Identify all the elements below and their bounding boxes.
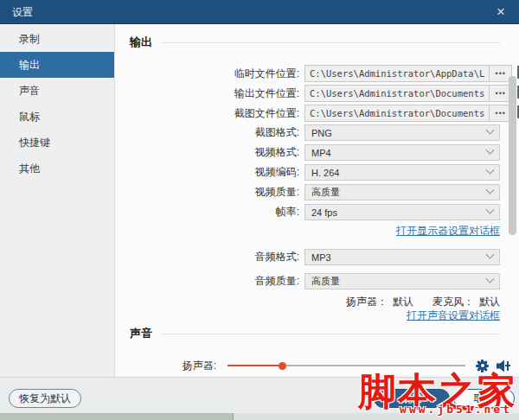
titlebar: 设置 × <box>0 0 519 24</box>
close-icon[interactable]: × <box>488 0 514 24</box>
sidebar: 录制 输出 声音 鼠标 快捷键 其他 <box>0 24 115 377</box>
audio-quality-row: 音频质量: 高质量 <box>130 273 500 290</box>
chevron-down-icon <box>486 146 495 155</box>
temp-path-label: 临时文件位置: <box>130 67 304 81</box>
screenshot-format-value: PNG <box>311 128 332 138</box>
video-quality-label: 视频质量: <box>130 185 304 200</box>
sidebar-item-hotkeys[interactable]: 快捷键 <box>0 130 114 156</box>
settings-dialog: 设置 × 录制 输出 声音 鼠标 快捷键 其他 输出 临时文件位置: C:\Us… <box>0 0 519 420</box>
chevron-down-icon <box>486 126 495 135</box>
screenshot-format-row: 截图格式: PNG <box>130 124 500 141</box>
video-format-row: 视频格式: MP4 <box>130 144 500 161</box>
audio-quality-value: 高质量 <box>311 275 340 288</box>
framerate-row: 帧率: 24 fps <box>130 204 500 220</box>
section-divider <box>161 42 500 43</box>
video-quality-select[interactable]: 高质量 <box>304 184 500 200</box>
audio-format-value: MP3 <box>311 252 331 263</box>
chevron-down-icon <box>486 251 495 259</box>
sound-settings-link[interactable]: 打开声音设置对话框 <box>407 309 500 323</box>
video-codec-label: 视频编码: <box>130 165 304 180</box>
output-section-header: 输出 <box>130 35 500 50</box>
watermark-url: www.jb51.net <box>400 403 512 416</box>
video-format-label: 视频格式: <box>130 145 304 160</box>
display-settings-link[interactable]: 打开显示器设置对话框 <box>396 224 500 239</box>
temp-path-row: 临时文件位置: C:\Users\Administrator\AppData\L… <box>130 65 500 82</box>
slider-thumb[interactable] <box>279 362 286 370</box>
audio-format-label: 音频格式: <box>130 250 304 264</box>
dialog-title: 设置 <box>12 0 33 24</box>
output-path-row: 输出文件位置: C:\Users\Administrator\Documents… <box>130 85 500 102</box>
video-format-select[interactable]: MP4 <box>304 144 500 161</box>
device-summary: 扬声器：默认麦克风：默认 <box>341 295 500 309</box>
sidebar-item-output[interactable]: 输出 <box>0 52 114 78</box>
framerate-select[interactable]: 24 fps <box>304 204 500 220</box>
desktop-edge-left <box>0 413 234 420</box>
mic-device-value: 默认 <box>479 296 500 308</box>
screenshot-path-value[interactable]: C:\Users\Administrator\Documents <box>305 105 489 121</box>
sidebar-item-other[interactable]: 其他 <box>0 156 114 181</box>
mic-device-label: 麦克风： <box>432 296 474 308</box>
sound-section-title: 声音 <box>130 326 152 341</box>
chevron-down-icon <box>486 166 495 175</box>
audio-format-row: 音频格式: MP3 <box>130 249 500 265</box>
video-codec-row: 视频编码: H. 264 <box>130 164 500 181</box>
chevron-down-icon <box>486 275 495 283</box>
output-path-field[interactable]: C:\Users\Administrator\Documents ••• <box>304 85 512 102</box>
audio-format-select[interactable]: MP3 <box>304 249 500 265</box>
screenshot-path-row: 截图文件位置: C:\Users\Administrator\Documents… <box>130 105 500 122</box>
video-quality-value: 高质量 <box>311 186 340 199</box>
slider-fill <box>227 365 282 366</box>
temp-path-value[interactable]: C:\Users\Administrator\AppData\L <box>305 66 489 81</box>
output-path-label: 输出文件位置: <box>130 86 304 101</box>
vertical-scrollbar[interactable] <box>509 76 516 235</box>
speaker-device-value: 默认 <box>393 296 413 308</box>
output-path-value[interactable]: C:\Users\Administrator\Documents <box>305 86 489 101</box>
screenshot-format-label: 截图格式: <box>130 125 304 140</box>
output-panel: 输出 临时文件位置: C:\Users\Administrator\AppDat… <box>115 24 519 377</box>
video-format-value: MP4 <box>311 148 331 158</box>
video-codec-value: H. 264 <box>311 168 339 178</box>
screenshot-path-label: 截图文件位置: <box>130 106 304 121</box>
chevron-down-icon <box>486 206 495 214</box>
sidebar-item-sound[interactable]: 声音 <box>0 78 114 104</box>
audio-quality-select[interactable]: 高质量 <box>304 273 500 290</box>
screenshot-format-select[interactable]: PNG <box>304 124 500 141</box>
chevron-down-icon <box>486 186 495 194</box>
speaker-device-label: 扬声器： <box>346 296 388 308</box>
output-section-title: 输出 <box>130 35 152 50</box>
temp-path-field[interactable]: C:\Users\Administrator\AppData\L ••• <box>304 65 512 82</box>
framerate-label: 帧率: <box>130 205 304 220</box>
speaker-volume-label: 扬声器: <box>130 359 216 373</box>
sound-section-header: 声音 <box>130 326 500 341</box>
video-quality-row: 视频质量: 高质量 <box>130 184 500 200</box>
audio-quality-label: 音频质量: <box>130 274 304 289</box>
section-divider <box>161 334 500 334</box>
sidebar-item-record[interactable]: 录制 <box>0 26 114 52</box>
framerate-value: 24 fps <box>311 207 337 218</box>
sidebar-item-mouse[interactable]: 鼠标 <box>0 104 114 130</box>
screenshot-path-field[interactable]: C:\Users\Administrator\Documents ••• <box>304 105 512 122</box>
video-codec-select[interactable]: H. 264 <box>304 164 500 181</box>
restore-defaults-button[interactable]: 恢复为默认 <box>9 389 81 408</box>
